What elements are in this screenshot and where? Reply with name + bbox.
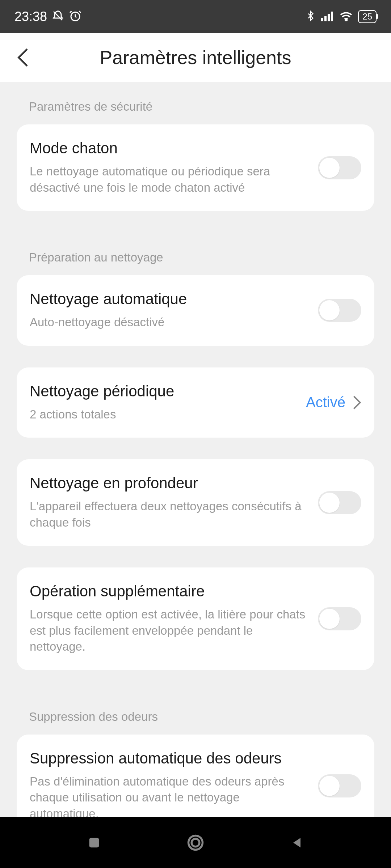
svg-rect-4 (331, 12, 333, 21)
wifi-icon (339, 10, 353, 23)
card-text: Nettoyage périodique 2 actions totales (30, 383, 306, 423)
card-auto-odor[interactable]: Suppression automatique des odeurs Pas d… (17, 735, 374, 829)
svg-point-5 (345, 19, 347, 21)
toggle-extra-op[interactable] (318, 607, 361, 630)
status-time: 23:38 (14, 9, 47, 24)
toggle-knob (319, 300, 340, 320)
svg-rect-2 (324, 16, 327, 21)
card-subtitle: Pas d'élimination automatique des odeurs… (30, 774, 307, 822)
card-deep-clean[interactable]: Nettoyage en profondeur L'appareil effec… (17, 459, 374, 546)
svg-point-8 (192, 839, 199, 847)
status-right: 25 (305, 9, 377, 24)
back-button[interactable] (11, 45, 36, 70)
card-title: Nettoyage automatique (30, 290, 307, 308)
navigation-bar (0, 817, 391, 868)
nav-back-button[interactable] (286, 832, 308, 854)
svg-rect-6 (89, 838, 99, 847)
card-title: Opération supplémentaire (30, 583, 307, 600)
mute-icon (51, 9, 64, 24)
toggle-kitten-mode[interactable] (318, 156, 361, 179)
card-subtitle: Auto-nettoyage désactivé (30, 314, 307, 331)
card-subtitle: L'appareil effectuera deux nettoyages co… (30, 498, 307, 531)
card-text: Nettoyage automatique Auto-nettoyage dés… (30, 290, 318, 331)
card-subtitle: Lorsque cette option est activée, la lit… (30, 607, 307, 655)
triangle-left-icon (290, 835, 304, 850)
card-auto-clean[interactable]: Nettoyage automatique Auto-nettoyage dés… (17, 275, 374, 346)
toggle-knob (319, 776, 340, 796)
card-kitten-mode[interactable]: Mode chaton Le nettoyage automatique ou … (17, 124, 374, 211)
section-header-odor: Suppression des odeurs (17, 692, 374, 735)
status-active: Activé (306, 394, 345, 410)
card-periodic-clean[interactable]: Nettoyage périodique 2 actions totales A… (17, 367, 374, 438)
battery-indicator: 25 (358, 10, 377, 23)
toggle-knob (319, 609, 340, 629)
card-title: Nettoyage en profondeur (30, 475, 307, 492)
content-area: Paramètres de sécurité Mode chaton Le ne… (0, 82, 391, 829)
card-extra-op[interactable]: Opération supplémentaire Lorsque cette o… (17, 567, 374, 670)
card-title: Mode chaton (30, 140, 307, 157)
chevron-right-icon (353, 395, 361, 410)
card-title: Suppression automatique des odeurs (30, 750, 307, 767)
toggle-knob (319, 158, 340, 178)
toggle-auto-odor[interactable] (318, 774, 361, 797)
nav-recent-button[interactable] (83, 832, 105, 854)
circle-icon (186, 833, 205, 852)
svg-rect-1 (321, 18, 323, 21)
alarm-icon (69, 9, 82, 24)
card-text: Nettoyage en profondeur L'appareil effec… (30, 475, 318, 531)
svg-point-7 (189, 835, 203, 850)
card-text: Mode chaton Le nettoyage automatique ou … (30, 140, 318, 196)
svg-rect-3 (328, 14, 330, 21)
card-subtitle: Le nettoyage automatique ou périodique s… (30, 163, 307, 196)
square-icon (87, 835, 101, 850)
card-text: Opération supplémentaire Lorsque cette o… (30, 583, 318, 655)
section-header-cleaning: Préparation au nettoyage (17, 233, 374, 275)
chevron-left-icon (16, 47, 31, 68)
card-subtitle: 2 actions totales (30, 407, 295, 423)
signal-icon (321, 10, 334, 23)
card-title: Nettoyage périodique (30, 383, 295, 400)
card-text: Suppression automatique des odeurs Pas d… (30, 750, 318, 822)
toggle-deep-clean[interactable] (318, 491, 361, 514)
section-header-security: Paramètres de sécurité (17, 82, 374, 124)
app-header: Paramètres intelligents (0, 33, 391, 82)
card-right: Activé (306, 394, 361, 410)
bluetooth-icon (305, 9, 316, 24)
status-left: 23:38 (14, 9, 82, 24)
status-bar: 23:38 25 (0, 0, 391, 33)
nav-home-button[interactable] (185, 832, 206, 854)
toggle-auto-clean[interactable] (318, 299, 361, 322)
page-title: Paramètres intelligents (100, 47, 291, 68)
toggle-knob (319, 493, 340, 513)
